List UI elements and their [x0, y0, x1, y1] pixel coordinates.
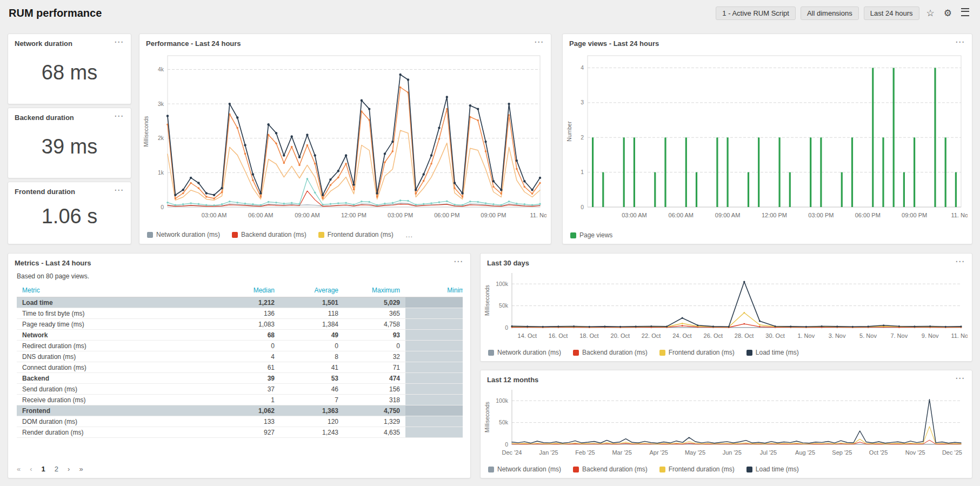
column-header[interactable]: Average	[280, 284, 344, 297]
performance-chart[interactable]: 01k2k3k4k03:00 AM06:00 AM09:00 AM12:00 P…	[143, 50, 546, 221]
performance-tile: Performance - Last 24 hours ⋯ 01k2k3k4k0…	[139, 34, 551, 244]
column-header[interactable]: Maximum	[344, 284, 405, 297]
metric-value-cell: 0	[344, 341, 405, 351]
last-12-months-chart[interactable]: 050k100kDec '24Jan '25Feb '25Mar '25Apr …	[484, 384, 968, 458]
menu-icon[interactable]	[959, 8, 971, 18]
legend-item-frontend[interactable]: Frontend duration (ms)	[318, 231, 394, 238]
more-options-icon[interactable]: ⋯	[113, 114, 124, 119]
last-30-days-chart[interactable]: 050k100k14. Oct16. Oct18. Oct20. Oct22. …	[484, 268, 968, 342]
legend-item-network[interactable]: Network duration (ms)	[488, 465, 561, 473]
table-row[interactable]: Connect duration (ms)614171	[17, 362, 463, 373]
svg-text:09:00 PM: 09:00 PM	[902, 212, 927, 218]
table-row[interactable]: DNS duration (ms)4832	[17, 351, 463, 362]
tile-title: Last 30 days	[487, 259, 529, 267]
svg-text:11. Nov: 11. Nov	[530, 212, 546, 218]
legend-label: Network duration (ms)	[156, 231, 220, 238]
legend-item-frontend[interactable]: Frontend duration (ms)	[659, 349, 735, 356]
svg-text:1. Nov: 1. Nov	[797, 332, 815, 339]
svg-text:06:00 PM: 06:00 PM	[855, 212, 881, 218]
legend-label: Load time (ms)	[756, 349, 799, 356]
legend-item-backend[interactable]: Backend duration (ms)	[573, 349, 648, 356]
metric-value-cell: 0	[280, 341, 344, 351]
first-page-button[interactable]: «	[17, 465, 21, 473]
tile-title: Performance - Last 24 hours	[146, 39, 241, 48]
table-row[interactable]: DOM duration (ms)1331201,329	[17, 416, 463, 427]
svg-text:50k: 50k	[499, 419, 509, 425]
metric-name-cell: Network	[17, 330, 211, 341]
prev-page-button[interactable]: ‹	[30, 465, 32, 473]
timeframe-selector-button[interactable]: Last 24 hours	[864, 6, 919, 20]
table-row[interactable]: Redirect duration (ms)000	[17, 341, 463, 351]
more-options-icon[interactable]: ⋯	[113, 188, 124, 193]
filter-all-dimensions-button[interactable]: All dimensions	[801, 6, 859, 20]
page-views-swatch-icon	[570, 232, 576, 238]
table-row[interactable]: Receive duration (ms)17318	[17, 395, 463, 405]
more-options-icon[interactable]: ⋯	[954, 376, 965, 381]
legend-label: Network duration (ms)	[497, 349, 561, 356]
more-options-icon[interactable]: ⋯	[954, 259, 965, 264]
metric-value-cell: 61	[211, 362, 280, 373]
legend-overflow-ellipsis-icon[interactable]: …	[405, 230, 413, 239]
page-1-button[interactable]: 1	[42, 465, 45, 473]
metric-value-cell: 93	[344, 330, 405, 341]
tile-title: Last 12 months	[487, 376, 538, 384]
svg-text:Dec '24: Dec '24	[502, 449, 522, 456]
table-row[interactable]: Time to first byte (ms)136118365	[17, 308, 463, 319]
svg-text:Jan '25: Jan '25	[539, 449, 558, 456]
last-30-days-tile: Last 30 days ⋯ 050k100k14. Oct16. Oct18.…	[480, 253, 972, 362]
legend-item-page-views[interactable]: Page views	[570, 231, 612, 239]
metric-value-cell: 8	[280, 351, 344, 362]
table-row[interactable]: Backend3953474	[17, 373, 463, 384]
page-2-button[interactable]: 2	[55, 465, 58, 473]
column-header[interactable]: Median	[211, 284, 280, 297]
metric-value-cell: 120	[280, 416, 344, 427]
metric-value-cell: 46	[280, 384, 344, 395]
metric-value-cell: 1,329	[344, 416, 405, 427]
svg-text:18. Oct: 18. Oct	[579, 332, 598, 339]
legend-label: Backend duration (ms)	[241, 231, 306, 238]
svg-text:Dec '25: Dec '25	[942, 449, 962, 456]
svg-text:0: 0	[161, 204, 164, 210]
legend-item-load-time[interactable]: Load time (ms)	[746, 465, 799, 473]
legend-item-frontend[interactable]: Frontend duration (ms)	[659, 465, 735, 473]
performance-legend: Network duration (ms) Backend duration (…	[147, 230, 413, 239]
last-page-button[interactable]: »	[79, 465, 83, 473]
svg-text:2: 2	[581, 134, 584, 141]
legend-item-load-time[interactable]: Load time (ms)	[746, 349, 799, 356]
backend-swatch-icon	[573, 467, 579, 472]
more-options-icon[interactable]: ⋯	[533, 39, 544, 45]
svg-text:09:00 PM: 09:00 PM	[481, 212, 506, 218]
metric-name-cell: Frontend	[17, 405, 211, 416]
table-row[interactable]: Frontend1,0621,3634,750	[17, 405, 463, 416]
svg-text:03:00 PM: 03:00 PM	[808, 212, 834, 218]
svg-text:11. Nov: 11. Nov	[951, 332, 968, 339]
star-icon[interactable]: ☆	[924, 8, 937, 18]
table-row[interactable]: Network684993	[17, 330, 463, 341]
legend-item-network[interactable]: Network duration (ms)	[488, 349, 561, 356]
more-options-icon[interactable]: ⋯	[452, 259, 464, 264]
legend-item-network[interactable]: Network duration (ms)	[147, 231, 220, 238]
tile-title: Frontend duration	[15, 188, 75, 196]
metric-value-cell: 365	[344, 308, 405, 319]
filter-active-rum-script-button[interactable]: 1 - Active RUM Script	[716, 6, 796, 20]
metric-name-cell: Load time	[17, 297, 211, 308]
svg-text:50k: 50k	[499, 302, 509, 309]
column-header[interactable]: Metric	[17, 284, 211, 297]
legend-item-backend[interactable]: Backend duration (ms)	[573, 465, 648, 473]
gear-icon[interactable]: ⚙	[942, 8, 954, 18]
page-views-chart[interactable]: 0123403:00 AM06:00 AM09:00 AM12:00 PM03:…	[566, 50, 968, 221]
table-row[interactable]: Load time1,2121,5015,029	[17, 297, 463, 308]
table-row[interactable]: Page ready time (ms)1,0831,3844,758	[17, 319, 463, 330]
table-row[interactable]: Render duration (ms)9271,2434,635	[17, 427, 463, 438]
svg-text:Number: Number	[566, 121, 572, 142]
legend-label: Load time (ms)	[756, 465, 799, 473]
metric-value-cell: 4	[211, 351, 280, 362]
more-options-icon[interactable]: ⋯	[113, 39, 124, 45]
next-page-button[interactable]: ›	[68, 465, 70, 473]
page-header: RUM performance 1 - Active RUM Script Al…	[0, 0, 980, 26]
metric-value-cell: 118	[280, 308, 344, 319]
column-header[interactable]: Minimum	[405, 284, 463, 297]
legend-item-backend[interactable]: Backend duration (ms)	[232, 231, 306, 238]
more-options-icon[interactable]: ⋯	[954, 39, 965, 45]
table-row[interactable]: Send duration (ms)3746156	[17, 384, 463, 395]
